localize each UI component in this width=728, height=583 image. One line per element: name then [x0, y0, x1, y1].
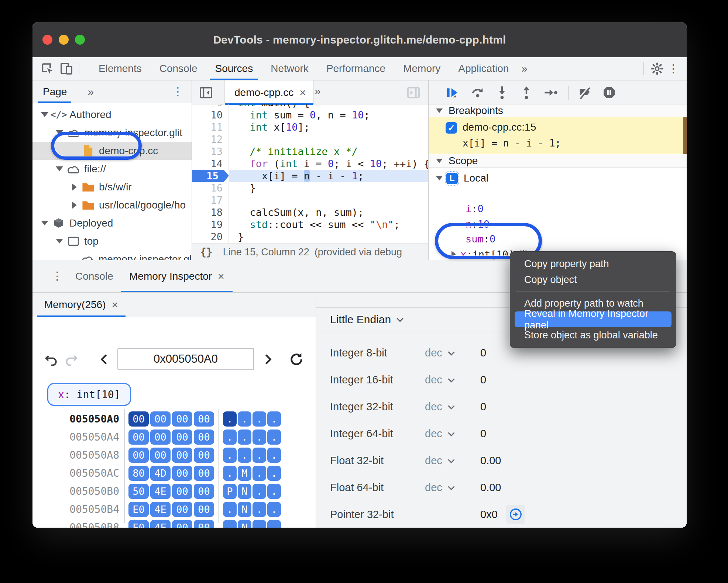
menu-item-reveal-in-memory-inspector-panel[interactable]: Reveal in Memory Inspector panel: [515, 311, 672, 327]
step-out-button[interactable]: [519, 85, 534, 100]
code-line-14[interactable]: 14 for (int i = 0; i < 10; ++i) {: [192, 158, 428, 170]
tab-page[interactable]: Page: [32, 80, 76, 103]
ascii-cell[interactable]: .: [223, 411, 237, 427]
tab-console[interactable]: Console: [151, 57, 206, 80]
tab-demo-cpp[interactable]: demo-cpp.cc ×: [224, 80, 314, 104]
ascii-cell[interactable]: N: [238, 502, 251, 517]
code-line-15[interactable]: 15 x[i] = n - i - 1;: [192, 170, 428, 182]
line-number[interactable]: 13: [192, 145, 229, 158]
format-select[interactable]: dec: [425, 428, 453, 440]
code-line-18[interactable]: 18 calcSum(x, n, sum);: [192, 206, 428, 218]
scope-section-header[interactable]: Scope: [429, 154, 687, 168]
byte-cell[interactable]: 00: [150, 448, 171, 463]
ascii-cell[interactable]: P: [223, 484, 237, 499]
next-page-button[interactable]: [259, 351, 276, 368]
ascii-cell[interactable]: .: [267, 411, 281, 427]
ascii-cell[interactable]: .: [267, 430, 281, 445]
ascii-cell[interactable]: .: [253, 466, 266, 481]
byte-cell[interactable]: 00: [194, 448, 214, 463]
code-line-19[interactable]: 19 std::cout << sum << "\n";: [192, 218, 428, 231]
ascii-cell[interactable]: .: [223, 520, 237, 528]
byte-cell[interactable]: 4E: [150, 484, 171, 499]
byte-cell[interactable]: 00: [150, 411, 171, 427]
scope-variable-sum[interactable]: sum: 0: [429, 231, 687, 246]
byte-cell[interactable]: 00: [128, 430, 149, 445]
scope-local-section[interactable]: L Local: [429, 170, 687, 186]
tab-application[interactable]: Application: [449, 57, 518, 80]
tree-down-arrow-icon[interactable]: [39, 112, 50, 117]
toggle-navigator-icon[interactable]: [199, 85, 213, 100]
tree-down-arrow-icon[interactable]: [39, 221, 50, 225]
byte-cell[interactable]: 00: [194, 430, 214, 445]
code-line-13[interactable]: 13 /* initialize x */: [192, 145, 428, 158]
byte-cell[interactable]: E0: [128, 520, 149, 528]
ascii-cell[interactable]: .: [238, 448, 251, 463]
more-editor-tabs-button[interactable]: »: [315, 85, 321, 97]
ascii-cell[interactable]: .: [253, 448, 266, 463]
ascii-cell[interactable]: .: [253, 484, 266, 499]
tree-item-memory-inspector-glit[interactable]: memory-inspector.glit: [32, 124, 192, 142]
menu-item-store-object-as-global-variable[interactable]: Store object as global variable: [510, 327, 676, 343]
jump-to-pointer-button[interactable]: [506, 505, 525, 524]
byte-cell[interactable]: 00: [172, 502, 192, 517]
minimize-window-button[interactable]: [59, 35, 69, 45]
scope-variable-n[interactable]: n: 10: [429, 217, 687, 231]
line-number[interactable]: 16: [192, 182, 229, 194]
byte-cell[interactable]: 00: [194, 466, 214, 481]
line-number[interactable]: 9: [192, 104, 229, 109]
step-into-button[interactable]: [494, 85, 510, 100]
byte-cell[interactable]: 00: [194, 520, 214, 528]
close-tab-icon[interactable]: ×: [111, 299, 118, 311]
tree-item-usr-local-google-ho[interactable]: usr/local/google/ho: [32, 196, 192, 214]
line-number[interactable]: 17: [192, 194, 229, 206]
tab-console[interactable]: Console: [75, 260, 113, 292]
undo-history-button[interactable]: [43, 351, 60, 368]
byte-cell[interactable]: 00: [128, 448, 149, 463]
more-options-menu-button[interactable]: ⋮: [665, 61, 681, 77]
byte-cell[interactable]: 00: [150, 430, 171, 445]
byte-cell[interactable]: 50: [128, 484, 149, 499]
tree-down-arrow-icon[interactable]: [54, 130, 65, 135]
code-line-11[interactable]: 11 int x[10];: [192, 121, 428, 133]
ascii-cell[interactable]: .: [223, 502, 237, 517]
ascii-cell[interactable]: N: [238, 484, 251, 499]
format-select[interactable]: dec: [425, 401, 453, 413]
line-number[interactable]: 14: [192, 158, 229, 170]
more-tabs-button[interactable]: »: [518, 62, 531, 75]
ascii-cell[interactable]: .: [267, 520, 281, 528]
tab-network[interactable]: Network: [262, 57, 317, 80]
highlighted-memory-chip[interactable]: x: int[10]: [47, 383, 131, 406]
byte-cell[interactable]: 00: [194, 502, 214, 517]
tree-right-arrow-icon[interactable]: [69, 183, 80, 191]
code-line-12[interactable]: 12: [192, 133, 428, 145]
endianness-select[interactable]: Little Endian: [330, 313, 391, 326]
pretty-print-icon[interactable]: {}: [200, 246, 213, 258]
drawer-menu-button[interactable]: ⋮: [52, 270, 63, 282]
navigator-menu-button[interactable]: ⋮: [172, 86, 183, 97]
tree-item-b-s-w-ir[interactable]: b/s/w/ir: [32, 178, 192, 196]
byte-cell[interactable]: 00: [194, 484, 214, 499]
tree-item-file-[interactable]: file://: [32, 160, 192, 178]
tab-memory-inspector[interactable]: Memory Inspector ×: [121, 260, 233, 292]
ascii-cell[interactable]: .: [253, 520, 266, 528]
menu-item-copy-property-path[interactable]: Copy property path: [510, 256, 676, 272]
refresh-button[interactable]: [288, 351, 305, 368]
format-select[interactable]: dec: [425, 482, 453, 494]
address-input[interactable]: [117, 348, 254, 370]
byte-cell[interactable]: 00: [194, 411, 214, 427]
expand-arrow-icon[interactable]: [451, 251, 456, 258]
code-line-9[interactable]: 9int main() {: [192, 104, 428, 109]
ascii-cell[interactable]: M: [238, 466, 251, 481]
tab-elements[interactable]: Elements: [90, 57, 151, 80]
step-button[interactable]: [543, 85, 559, 100]
byte-cell[interactable]: 00: [172, 484, 192, 499]
ascii-cell[interactable]: .: [253, 502, 266, 517]
byte-cell[interactable]: 00: [172, 466, 192, 481]
ascii-cell[interactable]: .: [267, 484, 281, 499]
gear-icon[interactable]: [649, 61, 665, 77]
tree-item-authored[interactable]: </>Authored: [32, 106, 192, 124]
format-select[interactable]: dec: [425, 347, 453, 359]
byte-cell[interactable]: E0: [128, 502, 149, 517]
tree-right-arrow-icon[interactable]: [69, 201, 80, 209]
ascii-cell[interactable]: .: [267, 448, 281, 463]
